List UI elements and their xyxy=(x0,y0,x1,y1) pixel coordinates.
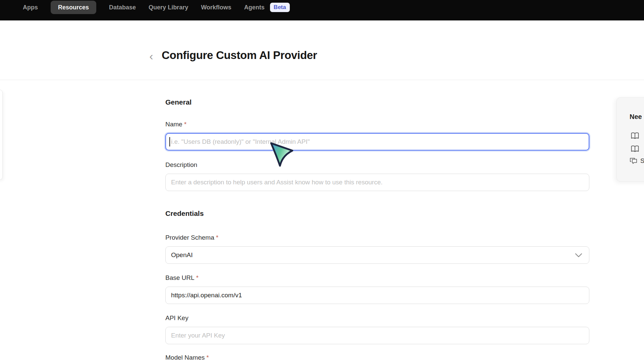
text-caret xyxy=(169,137,170,146)
left-clipped-panel-edge xyxy=(0,89,3,180)
field-api-key: API Key xyxy=(165,314,589,344)
description-label-text: Description xyxy=(165,161,197,168)
provider-schema-label-text: Provider Schema xyxy=(165,234,214,241)
required-asterisk: * xyxy=(196,274,199,281)
base-url-label-text: Base URL xyxy=(165,274,195,281)
required-asterisk: * xyxy=(206,354,209,361)
help-link-support[interactable]: S xyxy=(630,157,644,165)
book-icon xyxy=(631,145,639,153)
api-key-input[interactable] xyxy=(165,327,589,344)
chevron-left-icon: ‹ xyxy=(149,50,153,63)
section-heading-credentials: Credentials xyxy=(165,209,589,218)
description-input[interactable] xyxy=(165,174,589,191)
help-panel-title: Nee xyxy=(630,113,642,121)
nav-item-database[interactable]: Database xyxy=(109,1,136,14)
chevron-down-icon xyxy=(575,253,582,257)
model-names-label: Model Names* xyxy=(165,353,589,362)
required-asterisk: * xyxy=(216,234,218,241)
provider-schema-selected-value: OpenAI xyxy=(171,251,193,259)
api-key-label: API Key xyxy=(165,314,589,322)
chat-icon xyxy=(630,158,637,164)
name-label: Name* xyxy=(165,120,589,129)
help-link-docs-1[interactable] xyxy=(631,132,639,139)
nav-item-resources[interactable]: Resources xyxy=(51,1,96,14)
base-url-input[interactable] xyxy=(165,287,589,304)
base-url-label: Base URL* xyxy=(165,274,589,282)
help-link-docs-2[interactable] xyxy=(631,145,639,153)
api-key-label-text: API Key xyxy=(165,314,189,321)
help-support-label: S xyxy=(640,157,644,165)
description-label: Description xyxy=(165,161,589,169)
name-input[interactable] xyxy=(165,133,589,150)
provider-schema-label: Provider Schema* xyxy=(165,233,589,242)
book-icon xyxy=(631,132,639,139)
provider-schema-select[interactable]: OpenAI xyxy=(165,246,589,264)
section-heading-general: General xyxy=(165,98,589,107)
field-name: Name* xyxy=(165,120,589,150)
help-panel: Nee S xyxy=(616,97,644,182)
resource-config-form: General Name* Description Credentials Pr… xyxy=(165,0,589,362)
required-asterisk: * xyxy=(184,121,186,128)
name-label-text: Name xyxy=(165,121,182,128)
back-button[interactable]: ‹ xyxy=(146,50,157,62)
field-base-url: Base URL* xyxy=(165,274,589,304)
field-description: Description xyxy=(165,161,589,191)
model-names-label-text: Model Names xyxy=(165,354,205,361)
field-provider-schema: Provider Schema* OpenAI xyxy=(165,233,589,264)
nav-item-apps[interactable]: Apps xyxy=(23,1,38,14)
field-model-names: Model Names* xyxy=(165,353,589,362)
